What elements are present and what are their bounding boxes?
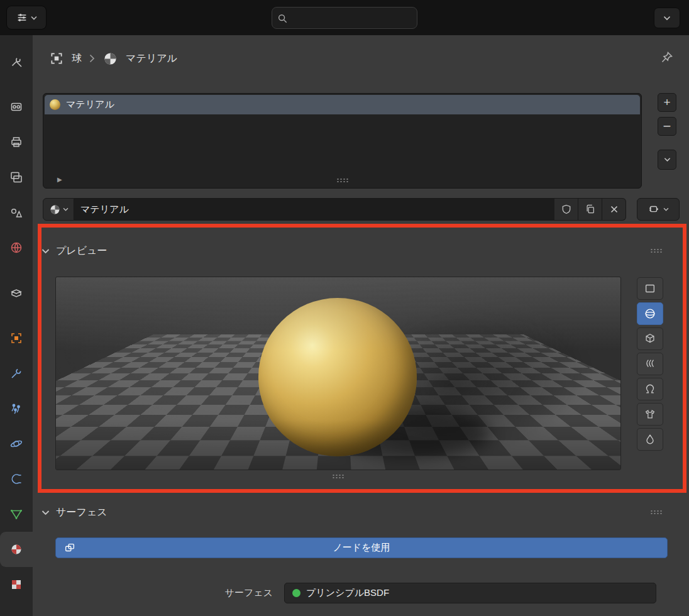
add-slot-button[interactable]: + xyxy=(658,93,676,112)
material-browse-dropdown[interactable] xyxy=(43,198,74,221)
preview-resize-grip[interactable] xyxy=(332,474,344,479)
topbar xyxy=(0,0,689,35)
material-datablock-row: マテリアル xyxy=(43,198,680,221)
surface-shader-value: プリンシプルBSDF xyxy=(306,587,389,599)
view-layer-properties-icon xyxy=(9,170,23,184)
topbar-collapse-button[interactable] xyxy=(654,8,680,28)
surface-panel-header[interactable]: サーフェス xyxy=(41,503,680,522)
tab-collection[interactable] xyxy=(0,275,33,311)
pin-icon[interactable] xyxy=(660,50,674,67)
material-slot-list[interactable]: マテリアル ▶ xyxy=(43,93,642,189)
search-input[interactable] xyxy=(291,13,412,23)
breadcrumb-chevron-icon xyxy=(89,54,95,63)
panel-grip[interactable] xyxy=(650,248,663,253)
unlink-material-button[interactable] xyxy=(602,198,626,221)
properties-editor-icon xyxy=(16,11,28,24)
material-link-dropdown[interactable] xyxy=(637,198,680,221)
panel-grip[interactable] xyxy=(336,178,349,183)
preview-lighting-overlay xyxy=(56,277,620,470)
tab-texture[interactable] xyxy=(0,567,33,602)
chevron-down-icon xyxy=(663,207,669,211)
surface-property-row: サーフェス プリンシプルBSDF xyxy=(55,583,668,603)
hair-icon xyxy=(644,358,656,370)
breadcrumb-material[interactable]: マテリアル xyxy=(126,52,177,65)
tab-world[interactable] xyxy=(0,230,33,265)
object-icon xyxy=(49,51,64,66)
property-tabs xyxy=(0,35,33,616)
nodetree-icon xyxy=(63,542,76,554)
preview-type-shaderball[interactable] xyxy=(637,378,663,400)
object-properties-icon xyxy=(9,331,23,345)
tab-modifiers[interactable] xyxy=(0,356,33,391)
tab-scene[interactable] xyxy=(0,195,33,230)
tab-particles[interactable] xyxy=(0,391,33,426)
chevron-down-icon xyxy=(664,157,671,162)
material-preview-render[interactable] xyxy=(55,277,621,470)
tab-output[interactable] xyxy=(0,124,33,160)
tab-physics[interactable] xyxy=(0,426,33,461)
chevron-down-icon xyxy=(41,510,50,515)
collection-properties-icon xyxy=(9,286,23,300)
preview-panel-header[interactable]: プレビュー xyxy=(41,241,680,260)
world-properties-icon xyxy=(9,241,23,255)
object-data-properties-icon xyxy=(9,507,23,521)
tab-render[interactable] xyxy=(0,89,33,124)
blender-properties-editor: 球 マテリアル マテリアル ▶ + − xyxy=(0,0,689,616)
preview-panel-title: プレビュー xyxy=(56,245,107,258)
render-properties-icon xyxy=(9,100,23,114)
breadcrumb-object[interactable]: 球 xyxy=(72,52,82,65)
material-properties-icon xyxy=(9,542,23,556)
slot-specials-dropdown[interactable] xyxy=(658,150,676,170)
constraint-properties-icon xyxy=(9,472,23,486)
properties-main: 球 マテリアル マテリアル ▶ + − xyxy=(33,35,689,616)
preview-type-fluid[interactable] xyxy=(637,428,663,451)
shader-node-dot-icon xyxy=(292,589,300,597)
material-slot-selected[interactable]: マテリアル xyxy=(45,95,640,114)
editor-type-dropdown[interactable] xyxy=(6,6,47,30)
surface-shader-field[interactable]: プリンシプルBSDF xyxy=(284,583,656,603)
tab-object-data[interactable] xyxy=(0,497,33,532)
texture-properties-icon xyxy=(9,578,23,591)
nodetree-icon xyxy=(648,203,660,216)
preview-type-sphere[interactable] xyxy=(637,302,663,325)
material-sphere-icon xyxy=(49,204,61,216)
tab-view-layer[interactable] xyxy=(0,160,33,195)
modifier-properties-icon xyxy=(9,366,23,380)
remove-slot-button[interactable]: − xyxy=(658,117,676,136)
close-icon xyxy=(610,205,619,214)
fluid-droplet-icon xyxy=(644,433,656,446)
search-box xyxy=(272,7,417,29)
chevron-down-icon xyxy=(31,16,37,20)
tab-tool[interactable] xyxy=(0,44,33,79)
chevron-down-icon xyxy=(41,248,50,254)
preview-type-flat[interactable] xyxy=(637,277,663,300)
preview-type-cloth[interactable] xyxy=(637,403,663,426)
tab-constraints[interactable] xyxy=(0,461,33,497)
fake-user-button[interactable] xyxy=(554,198,578,221)
surface-label: サーフェス xyxy=(55,587,284,599)
cube-icon xyxy=(644,333,656,345)
new-material-button[interactable] xyxy=(578,198,602,221)
tool-icon xyxy=(9,55,23,69)
search-icon xyxy=(277,13,287,23)
slot-filter-expand-icon[interactable]: ▶ xyxy=(57,176,62,183)
use-nodes-button[interactable]: ノードを使用 xyxy=(55,537,668,558)
material-sphere-icon xyxy=(102,51,118,67)
sphere-icon xyxy=(644,307,656,320)
material-name-field[interactable]: マテリアル xyxy=(74,198,554,221)
chevron-down-icon xyxy=(63,207,69,211)
flat-plane-icon xyxy=(644,282,656,295)
tab-object[interactable] xyxy=(0,321,33,356)
breadcrumb: 球 マテリアル xyxy=(49,49,177,68)
surface-panel-title: サーフェス xyxy=(56,506,107,519)
duplicate-icon xyxy=(585,204,596,215)
panel-grip[interactable] xyxy=(650,510,663,515)
preview-type-hair[interactable] xyxy=(637,353,663,375)
preview-type-cube[interactable] xyxy=(637,327,663,350)
material-preview-icon xyxy=(50,99,60,110)
tab-material[interactable] xyxy=(0,532,33,567)
shield-icon xyxy=(561,204,572,215)
scene-properties-icon xyxy=(9,206,23,219)
use-nodes-label: ノードを使用 xyxy=(333,542,390,554)
chevron-down-icon xyxy=(663,16,671,21)
